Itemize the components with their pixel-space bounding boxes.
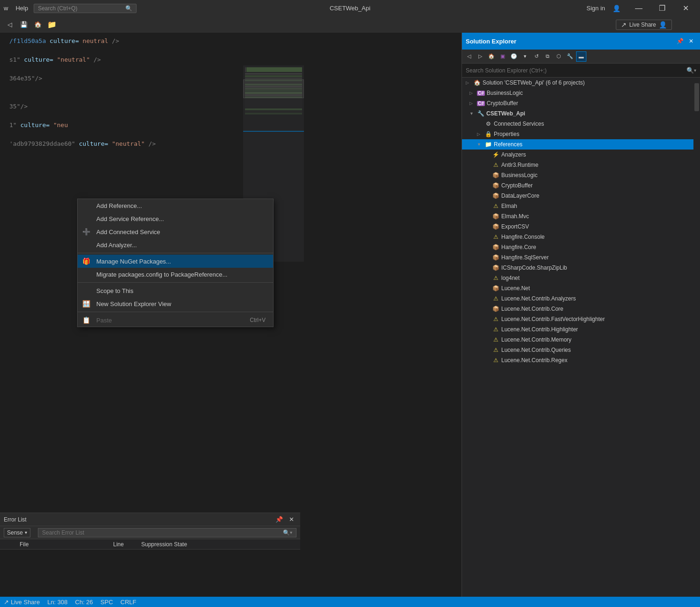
menu-bar: w Help — [4, 5, 28, 12]
status-enc[interactable]: SPC — [101, 599, 113, 606]
se-solution-root[interactable]: ▷ 🏠 Solution 'CSETWeb_Api' (6 of 6 proje… — [462, 78, 700, 88]
maximize-button[interactable]: ❐ — [651, 0, 673, 16]
se-search-input[interactable] — [466, 67, 686, 74]
se-scrollbar-thumb[interactable] — [694, 83, 699, 111]
se-cryptobuffer[interactable]: ▷ C# CryptoBuffer — [462, 98, 700, 108]
se-log4net[interactable]: ⚠ log4net — [462, 273, 700, 283]
ref-icon: 📦 — [492, 264, 499, 271]
se-copy-btn[interactable]: ⧉ — [542, 51, 553, 62]
se-lucene-q[interactable]: ⚠ Lucene.Net.Contrib.Queries — [462, 345, 700, 355]
csharp-icon: C# — [477, 101, 485, 106]
se-search-dropdown[interactable]: ▾ — [694, 68, 696, 73]
se-search-bar[interactable]: 🔍 ▾ — [462, 64, 700, 78]
sense-dropdown[interactable]: Sense ▾ — [4, 528, 30, 537]
se-icz[interactable]: 📦 ICSharpCode.SharpZipLib — [462, 263, 700, 273]
error-panel-pin[interactable]: 📌 — [274, 514, 284, 525]
se-lucene-contrib-core[interactable]: 📦 Lucene.Net.Contrib.Core — [462, 304, 700, 314]
se-pin-button[interactable]: 📌 — [675, 36, 685, 46]
ref-icon: 📦 — [492, 213, 499, 220]
minimap-viewport[interactable] — [243, 79, 304, 98]
close-button[interactable]: ✕ — [675, 0, 696, 16]
sense-label: Sense — [7, 529, 23, 536]
se-lucene-hi-label: Lucene.Net.Contrib.Highlighter — [501, 326, 578, 333]
se-dropdown1[interactable]: ▾ — [520, 51, 530, 62]
cm-paste-shortcut: Ctrl+V — [250, 317, 266, 323]
se-hf-core[interactable]: 📦 Hangfire.Core — [462, 242, 700, 252]
home-button[interactable]: 🏠 — [32, 19, 44, 31]
se-csetweb-api[interactable]: ▼ 🔧 CSETWeb_Api — [462, 108, 700, 119]
se-lucene-mem[interactable]: ⚠ Lucene.Net.Contrib.Memory — [462, 335, 700, 345]
user-icon[interactable]: 👤 — [613, 5, 621, 12]
se-connected-services[interactable]: ⚙ Connected Services — [462, 119, 700, 129]
se-log4net-label: log4net — [501, 275, 520, 281]
analyzers-icon: ⚡ — [492, 151, 499, 158]
se-active-btn[interactable]: ▬ — [576, 51, 586, 62]
se-exportcsv[interactable]: 📦 ExportCSV — [462, 221, 700, 232]
se-lucene[interactable]: 📦 Lucene.Net — [462, 283, 700, 293]
se-hf-sql[interactable]: 📦 Hangfire.SqlServer — [462, 252, 700, 263]
minimize-button[interactable]: — — [628, 0, 649, 16]
error-search[interactable]: 🔍 ▾ — [38, 528, 296, 537]
se-hf-core-label: Hangfire.Core — [501, 244, 536, 250]
se-elmah-mvc[interactable]: 📦 Elmah.Mvc — [462, 211, 700, 221]
error-panel-header: Error List 📌 ✕ — [0, 513, 300, 526]
col-line[interactable]: Line — [109, 541, 137, 548]
error-search-icon[interactable]: 🔍 — [283, 529, 290, 536]
status-line[interactable]: Ln: 308 — [47, 599, 67, 606]
se-lucene-fvh[interactable]: ⚠ Lucene.Net.Contrib.FastVectorHighlight… — [462, 314, 700, 324]
editor-line: /f1ld50a5a culture= neutral /> — [0, 36, 304, 46]
se-home-btn[interactable]: 🏠 — [486, 51, 497, 62]
back-button[interactable]: ◁ — [4, 19, 16, 31]
se-references[interactable]: ▼ 📁 References — [462, 139, 700, 150]
se-settings-btn[interactable]: 🔧 — [565, 51, 575, 62]
se-scrollbar[interactable] — [693, 82, 700, 607]
paste-icon: 📋 — [82, 316, 90, 324]
se-analyzers[interactable]: ⚡ Analyzers — [462, 150, 700, 160]
se-lucene-hi[interactable]: ⚠ Lucene.Net.Contrib.Highlighter — [462, 324, 700, 335]
cm-manage-nuget[interactable]: 🎁 Manage NuGet Packages... — [78, 255, 273, 268]
se-properties[interactable]: ▷ 🔒 Properties — [462, 129, 700, 139]
cm-new-se-view[interactable]: 🪟 New Solution Explorer View — [78, 297, 273, 310]
menu-window[interactable]: w — [4, 5, 8, 12]
cm-add-analyzer[interactable]: Add Analyzer... — [78, 238, 273, 251]
cm-add-service-ref[interactable]: Add Service Reference... — [78, 212, 273, 225]
error-search-input[interactable] — [42, 529, 283, 536]
col-suppression[interactable]: Suppression State — [137, 541, 208, 548]
folder-button[interactable]: 📁 — [46, 19, 58, 31]
se-dlc[interactable]: 📦 DataLayerCore — [462, 191, 700, 201]
error-search-dropdown[interactable]: ▾ — [290, 530, 292, 535]
sign-in-button[interactable]: Sign in — [586, 5, 605, 12]
status-eol[interactable]: CRLF — [121, 599, 137, 606]
liveshare-button[interactable]: ↗ Live Share 👤 — [616, 20, 672, 30]
status-col[interactable]: Ch: 26 — [75, 599, 93, 606]
global-search-box[interactable]: Search (Ctrl+Q) 🔍 — [34, 4, 137, 13]
cm-add-reference[interactable]: Add Reference... — [78, 199, 273, 212]
se-antlr[interactable]: ⚠ Antlr3.Runtime — [462, 160, 700, 170]
se-nav-fwd[interactable]: ▷ — [475, 51, 485, 62]
cm-add-connected-service[interactable]: ➕ Add Connected Service — [78, 225, 273, 238]
se-elmah[interactable]: ⚠ Elmah — [462, 201, 700, 211]
error-panel-close[interactable]: ✕ — [286, 514, 296, 525]
se-history-btn[interactable]: 🕐 — [509, 51, 519, 62]
nuget-icon: 🎁 — [82, 257, 90, 265]
se-cb-ref[interactable]: 📦 CryptoBuffer — [462, 180, 700, 191]
se-businesslogic[interactable]: ▷ C# BusinessLogic — [462, 88, 700, 98]
se-close-button[interactable]: ✕ — [686, 36, 696, 46]
se-search-icon[interactable]: 🔍 — [686, 67, 694, 74]
se-lucene-contrib-an[interactable]: ⚠ Lucene.Net.Contrib.Analyzers — [462, 293, 700, 304]
menu-help[interactable]: Help — [15, 5, 28, 12]
se-refresh-btn[interactable]: ↺ — [531, 51, 541, 62]
se-vs-icon[interactable]: ▣ — [498, 51, 508, 62]
cm-paste[interactable]: 📋 Paste Ctrl+V — [78, 314, 273, 327]
col-file[interactable]: File — [16, 541, 109, 548]
se-nav-back[interactable]: ◁ — [464, 51, 474, 62]
se-action-btn[interactable]: ⬡ — [554, 51, 564, 62]
se-lucene-regex[interactable]: ⚠ Lucene.Net.Contrib.Regex — [462, 355, 700, 365]
se-bl-ref[interactable]: 📦 BusinessLogic — [462, 170, 700, 180]
cm-scope-to-this[interactable]: Scope to This — [78, 284, 273, 297]
se-hf-console[interactable]: ⚠ Hangfire.Console — [462, 232, 700, 242]
ref-icon: 📦 — [492, 172, 499, 179]
save-button[interactable]: 💾 — [18, 19, 30, 31]
status-liveshare[interactable]: ↗ Live Share — [4, 599, 40, 606]
cm-migrate-packages[interactable]: Migrate packages.config to PackageRefere… — [78, 268, 273, 281]
